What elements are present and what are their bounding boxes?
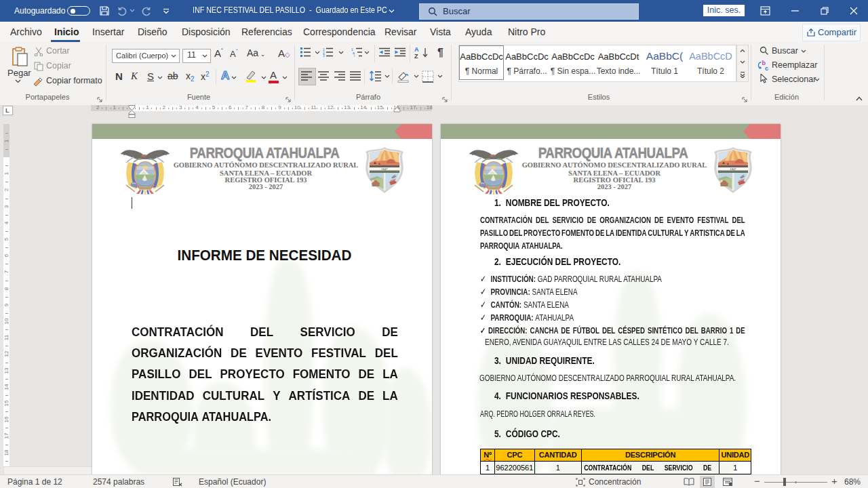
svg-text:c: c — [765, 65, 768, 71]
svg-text:3: 3 — [323, 54, 325, 57]
svg-text:i: i — [354, 54, 355, 57]
